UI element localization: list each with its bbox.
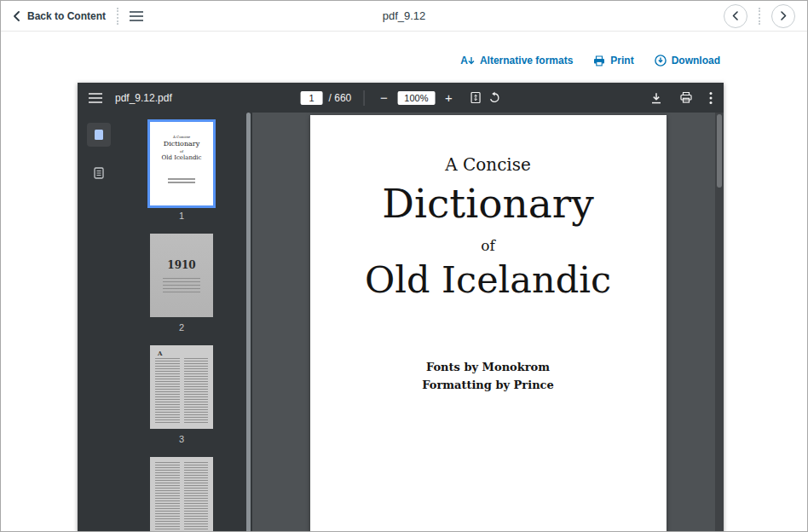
thumbnail-page-2[interactable]: 1910 2 (150, 234, 213, 333)
page-subtitle: A Concise (310, 115, 667, 175)
top-bar: Back to Content pdf_9.12 (1, 1, 807, 32)
thumbnail-page-1[interactable]: A Concise Dictionary of Old Icelandic 1 (150, 122, 213, 222)
more-vert-icon (709, 91, 713, 105)
thumbnail-page-number: 2 (179, 322, 184, 333)
file-title: pdf_9.12 (383, 9, 426, 22)
thumb-title-line: Old Icelandic (150, 154, 213, 161)
pdf-download-button[interactable] (649, 91, 663, 105)
thumbnail-page-4[interactable]: 4 (150, 457, 213, 532)
thumbnails-view-icon (92, 128, 106, 142)
chevron-right-icon (780, 11, 787, 20)
thumbnail-list: A Concise Dictionary of Old Icelandic 1 … (117, 122, 246, 532)
pdf-print-button[interactable] (679, 91, 693, 104)
top-bar-left: Back to Content (13, 8, 143, 25)
file-actions-row: A Alternative formats Print Download (460, 55, 720, 66)
thumb-credit-bars (150, 178, 213, 183)
thumb-title-line: Dictionary (150, 140, 213, 147)
alternative-formats-label: Alternative formats (480, 55, 573, 66)
thumb-title-line: of (150, 149, 213, 153)
back-to-content-button[interactable]: Back to Content (13, 10, 106, 22)
document-outline-icon (92, 166, 106, 180)
file-preview-screen: Back to Content pdf_9.12 (0, 0, 808, 532)
previous-file-button[interactable] (724, 4, 747, 28)
alternative-formats-icon: A (460, 55, 475, 66)
pdf-toolbar-right (649, 91, 713, 105)
zoom-level-value: 100% (397, 91, 435, 105)
page-connector: of (310, 237, 667, 254)
chevron-left-icon (732, 11, 739, 20)
pdf-toolbar: pdf_9.12.pdf / 660 − 100% + (78, 83, 724, 113)
main-scrollbar-thumb[interactable] (717, 114, 722, 188)
pdf-toolbar-left: pdf_9.12.pdf (89, 92, 172, 104)
hamburger-icon (130, 11, 143, 21)
divider-dots (759, 8, 760, 25)
sidebar-scrollbar[interactable] (246, 113, 251, 532)
divider-dots (117, 8, 118, 25)
next-file-button[interactable] (771, 4, 795, 28)
zoom-in-button[interactable]: + (441, 91, 456, 104)
print-label: Print (610, 55, 633, 66)
thumbnail-image (150, 457, 213, 532)
back-to-content-label: Back to Content (27, 10, 106, 22)
thumb-title-line: A Concise (150, 135, 213, 139)
credit-line-1: Fonts by Monokrom (310, 359, 667, 376)
sidebar-toggle-button[interactable] (89, 93, 102, 103)
document-outline-button[interactable] (87, 161, 111, 185)
page-credits: Fonts by Monokrom Formatting by Prince (310, 359, 667, 393)
hamburger-icon (89, 93, 102, 103)
download-icon (649, 91, 663, 105)
thumbnail-image: 1910 (150, 234, 213, 317)
thumb-section-letter: A (158, 350, 162, 357)
thumb-year: 1910 (150, 259, 213, 271)
page-number-input[interactable] (301, 91, 323, 105)
sidebar-view-rail (81, 123, 117, 185)
main-scrollbar[interactable] (715, 113, 724, 532)
thumbnails-view-button[interactable] (87, 123, 111, 147)
thumb-text-lines (163, 278, 200, 293)
pdf-filename: pdf_9.12.pdf (115, 92, 172, 104)
zoom-out-button[interactable]: − (376, 91, 391, 104)
alternative-formats-link[interactable]: A Alternative formats (460, 55, 573, 66)
download-link[interactable]: Download (655, 55, 720, 66)
pdf-viewer: pdf_9.12.pdf / 660 − 100% + (78, 83, 724, 532)
print-link[interactable]: Print (593, 55, 633, 66)
thumb-text-columns (155, 462, 208, 532)
menu-button[interactable] (130, 11, 143, 21)
fit-to-page-button[interactable] (469, 91, 482, 104)
chevron-left-icon (13, 11, 20, 21)
rotate-button[interactable] (488, 91, 500, 104)
pdf-body: A Concise Dictionary of Old Icelandic 1 … (78, 113, 724, 532)
print-icon (593, 55, 605, 66)
pdf-page: A Concise Dictionary of Old Icelandic Fo… (310, 115, 667, 532)
toolbar-divider (363, 90, 364, 106)
page-title-line-2: Old Icelandic (310, 261, 667, 299)
print-icon (679, 91, 693, 104)
pdf-content-area: A Concise Dictionary of Old Icelandic Fo… (252, 113, 724, 532)
thumbnail-page-3[interactable]: A 3 (150, 345, 213, 445)
page-title-line-1: Dictionary (310, 182, 667, 224)
top-bar-right (724, 4, 795, 28)
pdf-sidebar: A Concise Dictionary of Old Icelandic 1 … (78, 113, 252, 532)
thumbnail-image: A (150, 345, 213, 429)
thumbnail-page-number: 1 (179, 211, 184, 222)
credit-line-2: Formatting by Prince (310, 377, 667, 394)
rotate-counterclockwise-icon (488, 91, 500, 104)
download-icon (655, 55, 667, 66)
download-label: Download (672, 55, 720, 66)
thumb-text-columns (155, 358, 208, 425)
thumbnail-image: A Concise Dictionary of Old Icelandic (150, 122, 213, 205)
thumbnail-page-number: 3 (179, 434, 184, 445)
more-options-button[interactable] (709, 91, 713, 105)
page-count-label: / 660 (329, 92, 352, 104)
fit-to-page-icon (469, 91, 482, 104)
pdf-toolbar-center: / 660 − 100% + (301, 90, 501, 106)
